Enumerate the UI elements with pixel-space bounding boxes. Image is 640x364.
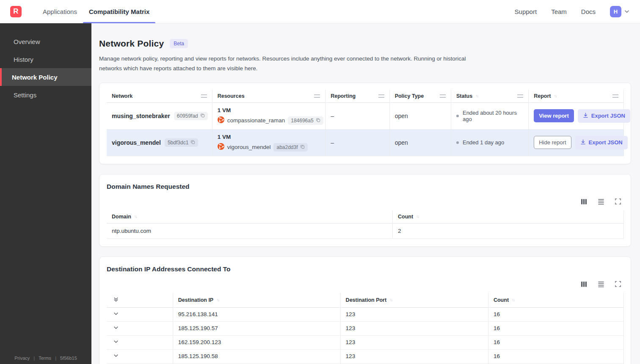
copy-icon[interactable] bbox=[316, 118, 320, 124]
column-resize-handle[interactable] bbox=[314, 94, 320, 98]
network-name-cell: musing_stonebraker 60959fad bbox=[107, 102, 212, 129]
row-expander-cell bbox=[107, 349, 173, 363]
columns-icon[interactable] bbox=[580, 281, 588, 288]
export-json-label: Export JSON bbox=[589, 139, 623, 146]
column-label: Resources bbox=[218, 93, 245, 99]
columns-icon[interactable] bbox=[580, 198, 588, 205]
sort-icon: ↑↓ bbox=[416, 214, 419, 219]
column-label: Network bbox=[112, 93, 132, 99]
dest-port-cell: 123 bbox=[340, 307, 488, 321]
export-json-button[interactable]: Export JSON bbox=[578, 109, 630, 123]
fullscreen-icon[interactable] bbox=[615, 281, 621, 287]
dest-ip-cell: 185.125.190.58 bbox=[173, 349, 340, 363]
row-expander-cell bbox=[107, 307, 173, 321]
sidebar-item-overview[interactable]: Overview bbox=[0, 33, 91, 50]
terms-link[interactable]: Terms bbox=[39, 356, 51, 361]
column-header-expander[interactable] bbox=[107, 293, 173, 308]
expand-row-icon[interactable] bbox=[113, 353, 119, 358]
column-resize-handle[interactable] bbox=[378, 94, 384, 98]
copy-icon[interactable] bbox=[300, 144, 305, 150]
sidebar-item-settings[interactable]: Settings bbox=[0, 86, 91, 104]
vm-count: 1 VM bbox=[218, 107, 320, 113]
tab-applications[interactable]: Applications bbox=[37, 0, 83, 23]
export-json-button[interactable]: Export JSON bbox=[575, 136, 628, 149]
sort-icon: ↑↓ bbox=[389, 298, 392, 302]
tab-compatibility-matrix-label: Compatibility Matrix bbox=[89, 8, 149, 15]
column-header-count[interactable]: Count ↑↓ bbox=[488, 293, 623, 308]
domain-cell: ntp.ubuntu.com bbox=[107, 223, 392, 238]
expand-row-icon[interactable] bbox=[113, 339, 119, 345]
sidebar-item-network-policy-label: Network Policy bbox=[12, 74, 58, 81]
column-header-report[interactable]: Report↑↓ bbox=[529, 90, 624, 103]
column-resize-handle[interactable] bbox=[201, 94, 207, 98]
sidebar: Overview History Network Policy Settings… bbox=[0, 23, 91, 364]
dest-ip-row: 185.125.190.57 123 16 bbox=[107, 321, 624, 335]
nav-link-docs[interactable]: Docs bbox=[581, 8, 596, 15]
privacy-link[interactable]: Privacy bbox=[14, 356, 30, 361]
copy-icon[interactable] bbox=[200, 113, 205, 119]
nav-link-support[interactable]: Support bbox=[515, 8, 537, 15]
dest-port-cell: 123 bbox=[340, 335, 488, 349]
dest-ip-cell: 162.159.200.123 bbox=[173, 335, 340, 349]
column-header-count[interactable]: Count ↑↓ bbox=[392, 210, 623, 223]
rows-density-icon[interactable] bbox=[597, 281, 605, 288]
column-resize-handle[interactable] bbox=[440, 94, 446, 98]
sidebar-item-history[interactable]: History bbox=[0, 50, 91, 68]
column-header-network[interactable]: Network bbox=[107, 90, 212, 103]
sidebar-footer: Privacy | Terms | 5f56b15 bbox=[0, 356, 91, 361]
user-menu[interactable]: H bbox=[610, 6, 630, 17]
network-row-vigorous-mendel: vigorous_mendel 5bdf3dc1 1 VM bbox=[107, 129, 624, 156]
resource-id-badge: 184696a5 bbox=[288, 116, 323, 125]
dest-ip-cell: 95.216.138.141 bbox=[173, 307, 340, 321]
resources-cell: 1 VM vigorous_mendel aba2dd3f bbox=[212, 129, 326, 156]
active-tab-indicator bbox=[83, 22, 155, 23]
network-row-musing-stonebraker: musing_stonebraker 60959fad 1 VM bbox=[107, 102, 624, 129]
view-report-button[interactable]: View report bbox=[534, 109, 574, 122]
expand-all-icon[interactable] bbox=[113, 296, 119, 303]
policy-type-cell: open bbox=[389, 102, 451, 129]
sidebar-item-network-policy[interactable]: Network Policy bbox=[0, 68, 91, 86]
column-label: Domain bbox=[112, 214, 131, 220]
dest-ip-cell: 185.125.190.57 bbox=[173, 321, 340, 335]
dest-ip-table: Destination IP ↑↓ Destination Port ↑↓ Co… bbox=[107, 293, 624, 364]
tab-compatibility-matrix[interactable]: Compatibility Matrix bbox=[83, 0, 155, 23]
copy-icon[interactable] bbox=[190, 140, 195, 146]
page-header: Network Policy Beta bbox=[99, 39, 631, 49]
column-label: Reporting bbox=[331, 93, 356, 99]
resource-id: aba2dd3f bbox=[276, 144, 298, 150]
dest-count-cell: 16 bbox=[488, 307, 623, 321]
download-icon bbox=[580, 139, 586, 146]
policy-type-cell: open bbox=[389, 129, 451, 156]
column-header-policy-type[interactable]: Policy Type bbox=[389, 90, 451, 103]
networks-table: Network Resources Reporting Policy Type bbox=[107, 90, 624, 156]
column-resize-handle[interactable] bbox=[517, 94, 523, 98]
column-header-domain[interactable]: Domain ↑↓ bbox=[107, 210, 392, 223]
avatar: H bbox=[610, 6, 621, 17]
network-id-badge: 60959fad bbox=[174, 112, 208, 120]
column-label: Count bbox=[398, 214, 413, 220]
sidebar-item-history-label: History bbox=[14, 56, 33, 63]
column-label: Report bbox=[534, 93, 551, 99]
expand-row-icon[interactable] bbox=[113, 325, 119, 331]
network-name: musing_stonebraker bbox=[112, 113, 170, 119]
expand-row-icon[interactable] bbox=[113, 311, 119, 317]
column-resize-handle[interactable] bbox=[612, 94, 618, 98]
column-header-destination-ip[interactable]: Destination IP ↑↓ bbox=[173, 293, 340, 308]
column-header-status[interactable]: Status↑↓ bbox=[451, 90, 528, 103]
fullscreen-icon[interactable] bbox=[615, 198, 621, 205]
network-name: vigorous_mendel bbox=[112, 139, 161, 146]
column-header-destination-port[interactable]: Destination Port ↑↓ bbox=[340, 293, 488, 308]
column-header-resources[interactable]: Resources bbox=[212, 90, 326, 103]
hide-report-button[interactable]: Hide report bbox=[534, 136, 571, 149]
dest-ip-card-toolbar bbox=[107, 281, 621, 288]
nav-link-team[interactable]: Team bbox=[551, 8, 567, 15]
top-navigation: R Applications Compatibility Matrix Supp… bbox=[0, 0, 640, 23]
footer-divider: | bbox=[55, 356, 56, 361]
column-header-reporting[interactable]: Reporting bbox=[326, 90, 389, 103]
column-label: Destination IP bbox=[178, 297, 213, 303]
dest-count-cell: 16 bbox=[488, 321, 623, 335]
rows-density-icon[interactable] bbox=[597, 198, 605, 205]
app-logo[interactable]: R bbox=[10, 6, 22, 17]
domain-names-card: Domain Names Requested Domain bbox=[99, 174, 631, 247]
nav-right-links: Support Team Docs H bbox=[515, 6, 630, 17]
